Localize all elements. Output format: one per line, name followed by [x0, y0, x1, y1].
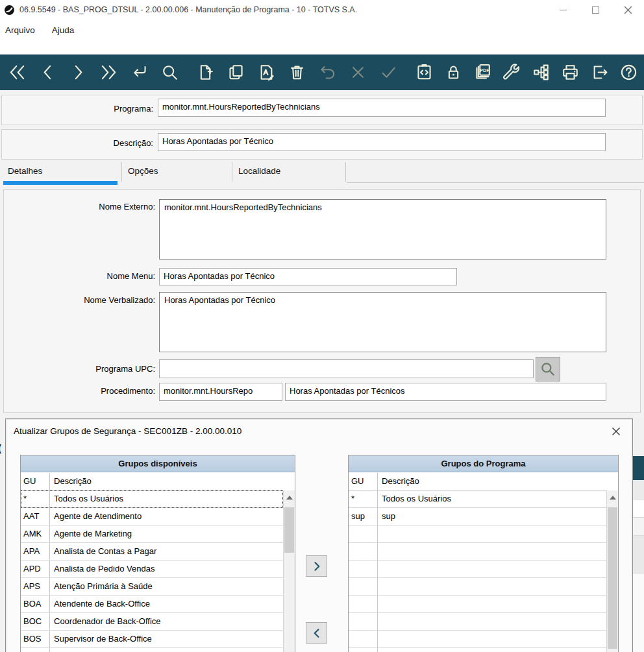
table-row[interactable]: * Todos os Usuários: [21, 490, 283, 508]
descricao-field[interactable]: Horas Apontadas por Técnico: [158, 133, 606, 151]
title-bar: 06.9.5549 - BAS_PROG_DTSUL - 2.00.00.006…: [0, 0, 644, 19]
nome-externo-field[interactable]: monitor.mnt.HoursReportedByTechnicians: [159, 199, 606, 260]
lock-icon: [444, 63, 463, 82]
upc-search-button[interactable]: [536, 357, 560, 381]
close-button[interactable]: [612, 0, 644, 19]
detalhes-panel: Nome Externo: monitor.mnt.HoursReportedB…: [3, 189, 641, 413]
go-button[interactable]: [129, 62, 149, 83]
nome-menu-field[interactable]: Horas Apontadas por Técnico: [159, 268, 457, 285]
available-groups-title: Grupos disponíveis: [21, 455, 295, 472]
programa-upc-field[interactable]: [159, 359, 534, 378]
previous-button[interactable]: [37, 62, 58, 83]
menu-ajuda[interactable]: Ajuda: [52, 25, 75, 35]
minimize-button[interactable]: [547, 0, 579, 19]
procedimento-desc-field[interactable]: Horas Apontadas por Técnicos: [285, 383, 606, 401]
menu-arquivo[interactable]: Arquivo: [5, 25, 35, 35]
table-row[interactable]: APA Analista de Contas a Pagar: [21, 543, 283, 561]
table-row[interactable]: * Todos os Usuários: [349, 490, 606, 508]
next-button[interactable]: [68, 62, 88, 83]
pdf-report-icon: PDF: [473, 63, 492, 82]
new-record-button[interactable]: [195, 62, 216, 83]
tools-button[interactable]: [501, 62, 522, 83]
help-icon: [619, 63, 638, 82]
program-groups-list: Grupos do Programa GU Descrição * Todos …: [348, 455, 619, 652]
last-button[interactable]: [98, 62, 119, 83]
available-groups-list: Grupos disponíveis GU Descrição * Todos …: [20, 455, 295, 652]
hierarchy-button[interactable]: [530, 62, 551, 83]
table-row[interactable]: BOC Coordenador de Back-Office: [21, 613, 283, 631]
move-left-button[interactable]: [306, 622, 327, 644]
table-row[interactable]: AMK Agente de Marketing: [21, 525, 283, 543]
previous-icon: [38, 63, 57, 82]
table-row[interactable]: CAV Avaliação de Crédito: [21, 648, 283, 652]
table-row-empty: [349, 543, 606, 561]
edit-button[interactable]: [256, 62, 277, 83]
clipped-background-text: (: [0, 442, 1, 453]
exit-icon: [590, 63, 609, 82]
tab-divider: [232, 162, 232, 182]
pdf-report-button[interactable]: PDF: [472, 62, 493, 83]
close-icon: [624, 6, 632, 14]
scrollbar[interactable]: [606, 490, 618, 652]
toolbar-action-group: PDF: [414, 62, 639, 83]
table-row[interactable]: BOA Atendente de Back-Office: [21, 596, 283, 613]
confirm-button[interactable]: [378, 62, 399, 83]
tab-detalhes[interactable]: Detalhes: [8, 166, 42, 176]
search-icon: [160, 63, 179, 82]
tab-divider: [121, 162, 122, 182]
tools-icon: [502, 63, 521, 82]
table-row[interactable]: sup sup: [349, 508, 606, 525]
enter-icon: [130, 63, 149, 82]
move-right-button[interactable]: [306, 555, 327, 577]
undo-icon: [318, 63, 337, 82]
delete-button[interactable]: [286, 62, 307, 83]
maximize-icon: [592, 6, 599, 14]
chevron-right-icon: [310, 560, 323, 573]
copy-icon: [227, 63, 245, 82]
first-button[interactable]: [6, 62, 27, 83]
help-button[interactable]: [618, 62, 639, 83]
cancel-button[interactable]: [347, 62, 368, 83]
table-row[interactable]: APD Analista de Pedido Vendas: [21, 561, 283, 578]
table-row[interactable]: APS Atenção Primária à Saúde: [21, 578, 283, 596]
procedimento-label: Procedimento:: [4, 386, 155, 396]
chevron-left-icon: [310, 627, 323, 640]
tab-localidade[interactable]: Localidade: [238, 166, 280, 176]
procedimento-code-field[interactable]: monitor.mnt.HoursRepo: [159, 383, 282, 401]
edit-icon: [257, 63, 276, 82]
scrollbar[interactable]: [283, 490, 295, 652]
lock-button[interactable]: [443, 62, 464, 83]
print-button[interactable]: [560, 62, 580, 83]
table-row-empty: [349, 561, 606, 578]
descricao-label: Descrição:: [2, 138, 153, 148]
tab-opcoes[interactable]: Opções: [128, 166, 158, 176]
undo-button[interactable]: [317, 62, 338, 83]
toolbar: PDF: [0, 54, 644, 90]
search-button[interactable]: [159, 62, 180, 83]
scrollbar-thumb[interactable]: [284, 507, 294, 553]
maximize-button[interactable]: [579, 0, 612, 19]
scrollbar-thumb[interactable]: [608, 507, 617, 649]
menu-bar: Arquivo Ajuda: [0, 19, 644, 40]
copy-button[interactable]: [225, 62, 246, 83]
print-icon: [561, 63, 580, 82]
dialog-title: Atualizar Grupos de Segurança - SEC001ZB…: [14, 426, 242, 436]
table-row[interactable]: AAT Agente de Atendimento: [21, 508, 283, 525]
scroll-up-icon: [610, 496, 616, 500]
toolbar-nav-group: [6, 62, 399, 83]
programa-field[interactable]: monitor.mnt.HoursReportedByTechnicians: [158, 99, 606, 117]
programa-label: Programa:: [2, 104, 153, 114]
minimize-icon: [560, 10, 567, 10]
exit-button[interactable]: [589, 62, 610, 83]
svg-text:PDF: PDF: [480, 67, 489, 73]
code-clipboard-button[interactable]: [414, 62, 434, 83]
table-header-row: GU Descrição: [349, 473, 606, 490]
dialog-close-button[interactable]: [610, 426, 622, 437]
table-row[interactable]: BOS Supervisor de Back-Office: [21, 631, 283, 648]
nome-verbalizado-field[interactable]: Horas Apontadas por Técnico: [159, 292, 606, 352]
totvs-logo-icon: [4, 5, 15, 16]
programa-groupbox: Programa: monitor.mnt.HoursReportedByTec…: [1, 95, 643, 125]
descricao-groupbox: Descrição: Horas Apontadas por Técnico: [1, 129, 643, 160]
tab-baseline: [347, 182, 644, 183]
column-header-gu: GU: [349, 473, 378, 490]
